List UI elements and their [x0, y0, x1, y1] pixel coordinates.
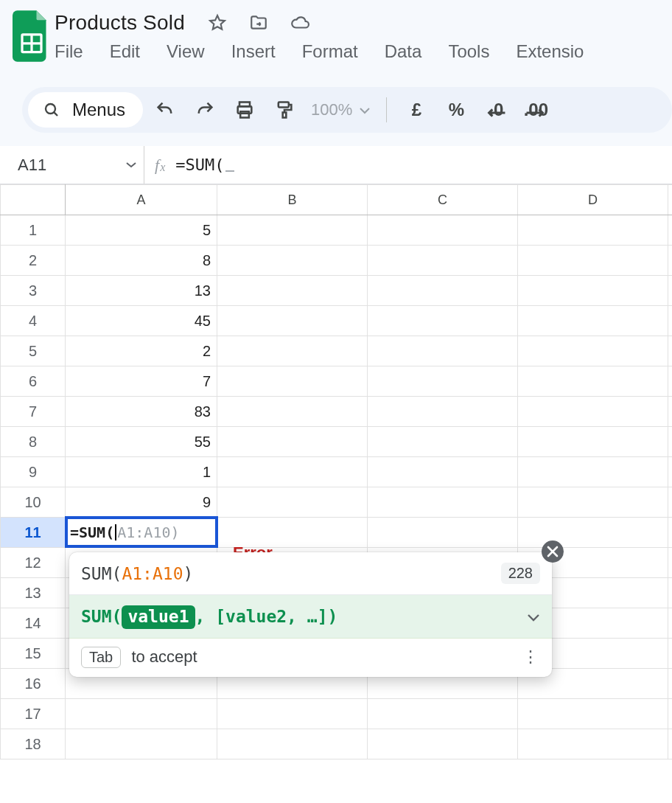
cell-D17[interactable]	[518, 699, 668, 729]
menu-format[interactable]: Format	[302, 41, 358, 62]
document-title[interactable]: Products Sold	[55, 11, 185, 35]
cell-E3[interactable]	[668, 276, 673, 306]
menu-extensions[interactable]: Extensio	[516, 41, 584, 62]
cell-D5[interactable]	[518, 336, 668, 366]
cell-D8[interactable]	[518, 427, 668, 457]
cell-B1[interactable]	[217, 215, 368, 246]
cell-D6[interactable]	[518, 366, 668, 397]
cell-E12[interactable]	[668, 548, 673, 578]
cell-A7[interactable]: 83	[66, 397, 217, 427]
search-menus[interactable]: Menus	[28, 92, 143, 128]
cell-E16[interactable]	[668, 669, 673, 699]
cell-E9[interactable]	[668, 457, 673, 487]
cell-D1[interactable]	[518, 215, 668, 246]
cell-D2[interactable]	[518, 246, 668, 276]
cell-A2[interactable]: 8	[66, 246, 217, 276]
col-header-D[interactable]: D	[518, 185, 668, 215]
cloud-status-icon[interactable]	[290, 13, 310, 33]
decrease-decimal-button[interactable]: .0	[478, 92, 514, 128]
col-header-A[interactable]: A	[66, 185, 217, 215]
fx-input[interactable]: =SUM(	[175, 156, 234, 174]
cell-D10[interactable]	[518, 487, 668, 518]
row-header-1[interactable]: 1	[1, 215, 66, 246]
cell-D4[interactable]	[518, 306, 668, 336]
row-header-9[interactable]: 9	[1, 457, 66, 487]
menu-edit[interactable]: Edit	[110, 41, 140, 62]
sheets-logo-icon[interactable]	[12, 9, 52, 62]
row-header-10[interactable]: 10	[1, 487, 66, 518]
cell-B17[interactable]	[217, 699, 368, 729]
suggestion-autocomplete[interactable]: SUM(A1:A10) 228	[69, 552, 552, 595]
cell-A5[interactable]: 2	[66, 336, 217, 366]
cell-C6[interactable]	[368, 366, 518, 397]
cell-C7[interactable]	[368, 397, 518, 427]
currency-button[interactable]: £	[399, 92, 434, 128]
chevron-down-icon[interactable]	[527, 607, 540, 626]
cell-A3[interactable]: 13	[66, 276, 217, 306]
percent-button[interactable]: %	[438, 92, 474, 128]
row-header-14[interactable]: 14	[1, 608, 66, 639]
name-box[interactable]: A11	[0, 146, 144, 184]
menu-insert[interactable]: Insert	[231, 41, 276, 62]
cell-C1[interactable]	[368, 215, 518, 246]
cell-A9[interactable]: 1	[66, 457, 217, 487]
cell-C2[interactable]	[368, 246, 518, 276]
row-header-17[interactable]: 17	[1, 699, 66, 729]
row-header-11[interactable]: 11	[1, 518, 66, 548]
row-header-8[interactable]: 8	[1, 427, 66, 457]
paint-format-button[interactable]	[267, 92, 302, 128]
increase-decimal-button[interactable]: .00	[518, 92, 553, 128]
col-header-B[interactable]: B	[217, 185, 368, 215]
cell-E2[interactable]	[668, 246, 673, 276]
cell-E13[interactable]	[668, 578, 673, 608]
cell-B5[interactable]	[217, 336, 368, 366]
row-header-5[interactable]: 5	[1, 336, 66, 366]
cell-B7[interactable]	[217, 397, 368, 427]
cell-A4[interactable]: 45	[66, 306, 217, 336]
redo-button[interactable]	[187, 92, 223, 128]
cell-A17[interactable]	[66, 699, 217, 729]
cell-C10[interactable]	[368, 487, 518, 518]
cell-C5[interactable]	[368, 336, 518, 366]
star-icon[interactable]	[207, 13, 228, 33]
cell-C11[interactable]	[368, 518, 518, 548]
cell-B4[interactable]	[217, 306, 368, 336]
cell-A11[interactable]: =SUM(A1:A10)	[66, 518, 217, 548]
cell-D18[interactable]	[518, 729, 668, 759]
row-header-6[interactable]: 6	[1, 366, 66, 397]
cell-A10[interactable]: 9	[66, 487, 217, 518]
row-header-16[interactable]: 16	[1, 669, 66, 699]
row-header-15[interactable]: 15	[1, 639, 66, 669]
col-header-E[interactable]	[668, 185, 673, 215]
row-header-18[interactable]: 18	[1, 729, 66, 759]
cell-E1[interactable]	[668, 215, 673, 246]
menu-tools[interactable]: Tools	[448, 41, 489, 62]
close-button[interactable]	[542, 540, 564, 563]
cell-B2[interactable]	[217, 246, 368, 276]
cell-E6[interactable]	[668, 366, 673, 397]
cell-B18[interactable]	[217, 729, 368, 759]
menu-data[interactable]: Data	[385, 41, 422, 62]
move-folder-icon[interactable]	[248, 13, 269, 33]
row-header-7[interactable]: 7	[1, 397, 66, 427]
menu-view[interactable]: View	[167, 41, 205, 62]
cell-B10[interactable]	[217, 487, 368, 518]
cell-D7[interactable]	[518, 397, 668, 427]
more-options-icon[interactable]: ⋮	[522, 647, 540, 667]
cell-A1[interactable]: 5	[66, 215, 217, 246]
cell-E14[interactable]	[668, 608, 673, 639]
row-header-3[interactable]: 3	[1, 276, 66, 306]
cell-C9[interactable]	[368, 457, 518, 487]
cell-C8[interactable]	[368, 427, 518, 457]
cell-C3[interactable]	[368, 276, 518, 306]
cell-E17[interactable]	[668, 699, 673, 729]
function-signature[interactable]: SUM(value1, [value2, …])	[69, 595, 552, 639]
cell-D9[interactable]	[518, 457, 668, 487]
undo-button[interactable]	[147, 92, 183, 128]
cell-C4[interactable]	[368, 306, 518, 336]
cell-A6[interactable]: 7	[66, 366, 217, 397]
row-header-4[interactable]: 4	[1, 306, 66, 336]
col-header-C[interactable]: C	[368, 185, 518, 215]
cell-E11[interactable]	[668, 518, 673, 548]
cell-E15[interactable]	[668, 639, 673, 669]
